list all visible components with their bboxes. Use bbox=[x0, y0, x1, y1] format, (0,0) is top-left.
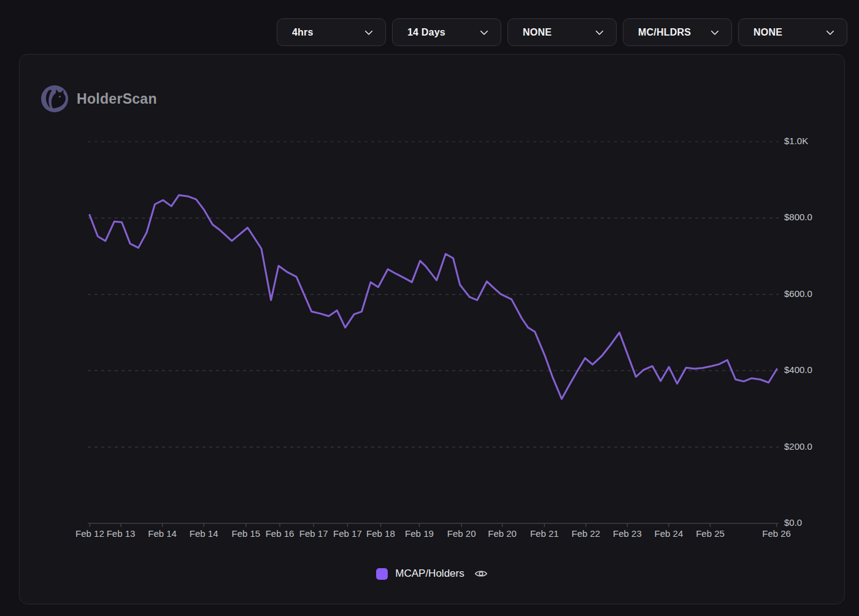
y-tick-label: $600.0 bbox=[784, 288, 812, 299]
y-tick-label: $0.0 bbox=[784, 517, 802, 528]
dropdown-4hrs[interactable]: 4hrs bbox=[277, 18, 386, 46]
x-tick-label: Feb 14 bbox=[190, 528, 218, 539]
mcap-holders-chart bbox=[88, 142, 779, 534]
x-tick-label: Feb 12 bbox=[75, 528, 104, 539]
toolbar: 4hrs14 DaysNONEMC/HLDRSNONE bbox=[277, 18, 847, 46]
x-tick-label: Feb 14 bbox=[148, 528, 177, 539]
dropdown-label: NONE bbox=[523, 27, 552, 38]
x-tick-label: Feb 18 bbox=[366, 528, 395, 539]
x-tick-label: Feb 13 bbox=[107, 528, 136, 539]
dropdown-mc-hldrs[interactable]: MC/HLDRS bbox=[623, 18, 732, 46]
y-tick-label: $400.0 bbox=[784, 364, 812, 375]
x-tick-label: Feb 20 bbox=[488, 528, 517, 539]
dropdown-none[interactable]: NONE bbox=[738, 18, 847, 46]
dropdown-label: MC/HLDRS bbox=[638, 27, 691, 38]
x-tick-label: Feb 26 bbox=[762, 528, 791, 539]
chevron-down-icon bbox=[363, 27, 374, 38]
cat-logo bbox=[41, 85, 68, 112]
x-tick-label: Feb 25 bbox=[696, 528, 725, 539]
dropdown-14-days[interactable]: 14 Days bbox=[392, 18, 501, 46]
chevron-down-icon bbox=[825, 27, 836, 38]
x-tick-label: Feb 19 bbox=[405, 528, 434, 539]
brand-name: HolderScan bbox=[77, 91, 157, 107]
dropdown-label: 4hrs bbox=[292, 27, 314, 38]
dropdown-label: 14 Days bbox=[407, 27, 445, 38]
x-tick-label: Feb 15 bbox=[231, 528, 260, 539]
brand: HolderScan bbox=[41, 85, 157, 112]
legend-swatch bbox=[376, 568, 388, 580]
y-tick-label: $800.0 bbox=[784, 212, 812, 222]
dropdown-label: NONE bbox=[753, 27, 782, 38]
y-tick-label: $1.0K bbox=[784, 136, 808, 146]
x-tick-label: Feb 21 bbox=[530, 528, 559, 539]
eye-icon[interactable] bbox=[474, 567, 488, 580]
x-tick-label: Feb 23 bbox=[613, 528, 642, 539]
chevron-down-icon bbox=[709, 27, 720, 38]
x-tick-label: Feb 24 bbox=[655, 528, 684, 539]
x-tick-label: Feb 16 bbox=[266, 528, 295, 539]
chevron-down-icon bbox=[594, 27, 605, 38]
page: 4hrs14 DaysNONEMC/HLDRSNONE HolderScan $… bbox=[0, 0, 859, 616]
x-tick-label: Feb 20 bbox=[447, 528, 476, 539]
x-tick-label: Feb 17 bbox=[333, 528, 362, 539]
chart-card: HolderScan $1.0K$800.0$600.0$400.0$200.0… bbox=[19, 54, 845, 604]
chevron-down-icon bbox=[479, 27, 490, 38]
mcap-holders-line bbox=[90, 195, 777, 399]
legend-label: MCAP/Holders bbox=[395, 568, 464, 580]
x-tick-label: Feb 17 bbox=[299, 528, 328, 539]
y-tick-label: $200.0 bbox=[784, 441, 812, 452]
chart-legend: MCAP/Holders bbox=[20, 567, 844, 580]
x-tick-label: Feb 22 bbox=[571, 528, 600, 539]
dropdown-none[interactable]: NONE bbox=[507, 18, 617, 46]
